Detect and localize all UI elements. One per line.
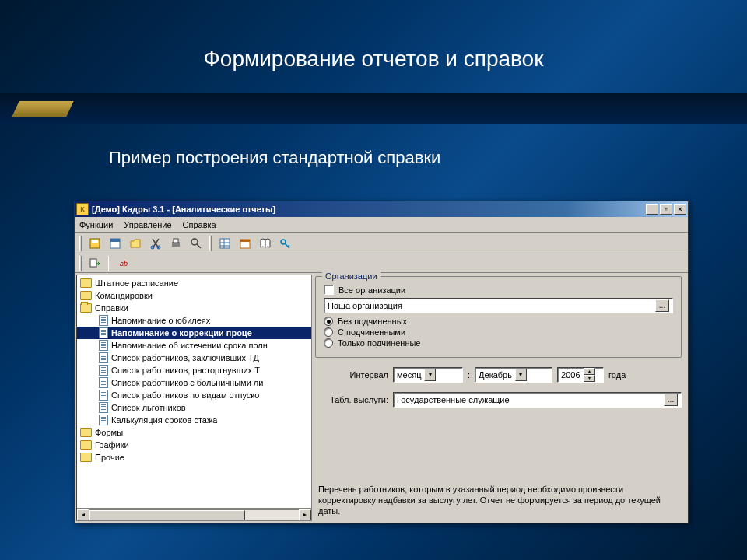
svg-point-5 (157, 246, 160, 249)
radio-with-subs-label: С подчиненными (338, 327, 405, 337)
svg-point-17 (281, 240, 286, 244)
svg-rect-3 (110, 239, 120, 242)
close-button[interactable]: × (674, 204, 686, 215)
scroll-left-button[interactable]: ◂ (77, 509, 89, 520)
tree-item-forms[interactable]: Формы (77, 426, 311, 439)
tool-text-icon[interactable]: ab (115, 256, 132, 271)
tree-item-expiry-reminder[interactable]: Напоминание об истечении срока полн (77, 339, 311, 352)
tree-item-vacation-types[interactable]: Список работников по видам отпуско (77, 389, 311, 401)
tree-item-correction-reminder[interactable]: Напоминание о коррекции проце (77, 327, 311, 339)
tool-cut-icon[interactable] (147, 236, 164, 251)
svg-rect-20 (90, 259, 96, 267)
tree-item-references[interactable]: Справки (77, 302, 311, 314)
report-tree: Штатное расписание Командировки Справки … (76, 275, 312, 521)
tool-export-icon[interactable] (86, 256, 103, 271)
organizations-group: Организации Все организации Наша организ… (315, 276, 682, 358)
all-orgs-checkbox[interactable] (324, 285, 334, 295)
menubar: Функции Управление Справка (75, 217, 688, 233)
table-browse-button[interactable]: ... (664, 394, 678, 406)
maximize-button[interactable]: ▫ (660, 204, 672, 215)
scroll-thumb[interactable] (89, 510, 245, 520)
menu-manage[interactable]: Управление (124, 220, 171, 229)
toolbar-secondary: ab (75, 254, 688, 273)
radio-only-subs[interactable] (324, 338, 333, 348)
tool-search-icon[interactable] (188, 236, 205, 251)
interval-label: Интервал (315, 370, 388, 380)
year-suffix: года (608, 370, 626, 380)
tool-calendar-icon[interactable] (237, 236, 254, 251)
chevron-down-icon[interactable]: ▾ (424, 369, 436, 381)
seniority-table-field[interactable]: Государственные служащие ... (393, 392, 682, 408)
table-label: Табл. выслуги: (315, 395, 388, 404)
tool-save-icon[interactable] (86, 236, 103, 251)
interval-month-combo[interactable]: Декабрь ▾ (475, 367, 552, 383)
svg-rect-15 (240, 240, 250, 242)
tree-item-seniority-calc[interactable]: Калькуляция сроков стажа (77, 414, 311, 426)
svg-point-8 (191, 239, 198, 245)
titlebar: К [Демо] Кадры 3.1 - [Аналитические отче… (75, 201, 688, 217)
tree-item-terminated-td[interactable]: Список работников, расторгнувших Т (77, 364, 311, 376)
tree-item-jubilee-reminder[interactable]: Напоминание о юбилеях (77, 314, 311, 327)
scroll-right-button[interactable]: ▸ (299, 509, 311, 520)
radio-only-subs-label: Только подчиненные (338, 338, 421, 348)
svg-rect-1 (92, 240, 98, 243)
toolbar-main (75, 233, 688, 254)
menu-functions[interactable]: Функции (79, 220, 113, 229)
tree-item-sick-leave[interactable]: Список работников с больничными ли (77, 376, 311, 389)
decorative-band (0, 93, 747, 124)
tool-form-icon[interactable] (107, 236, 124, 251)
parameters-panel: Организации Все организации Наша организ… (314, 275, 686, 521)
radio-no-subs[interactable] (324, 317, 333, 326)
svg-rect-6 (172, 242, 180, 247)
tool-key-icon[interactable] (277, 236, 294, 251)
svg-line-9 (197, 244, 201, 248)
svg-rect-14 (240, 240, 250, 248)
minimize-button[interactable]: _ (646, 204, 658, 215)
year-spinner[interactable]: 2006 ▴ ▾ (557, 367, 604, 383)
tree-item-benefits[interactable]: Список льготников (77, 401, 311, 414)
decorative-stripe (12, 101, 73, 117)
window-title: [Демо] Кадры 3.1 - [Аналитические отчеты… (92, 205, 275, 214)
radio-no-subs-label: Без подчиненных (338, 317, 407, 326)
app-window: К [Демо] Кадры 3.1 - [Аналитические отче… (74, 201, 689, 523)
slide-subtitle: Пример построения стандартной справки (109, 148, 440, 168)
tree-hscrollbar[interactable]: ◂ ▸ (77, 508, 311, 520)
organizations-legend: Организации (322, 271, 381, 281)
chevron-down-icon[interactable]: ▾ (515, 369, 527, 381)
tool-book-icon[interactable] (257, 236, 274, 251)
tool-print-icon[interactable] (167, 236, 184, 251)
tree-item-concluded-td[interactable]: Список работников, заключивших ТД (77, 352, 311, 364)
app-icon: К (76, 203, 89, 215)
report-description: Перечень работников, которым в указанный… (315, 479, 682, 520)
tool-open-icon[interactable] (127, 236, 144, 251)
interval-unit-combo[interactable]: месяц ▾ (393, 367, 463, 383)
svg-rect-7 (174, 239, 178, 243)
svg-line-18 (285, 243, 289, 248)
svg-rect-2 (110, 239, 120, 248)
tree-item-other[interactable]: Прочие (77, 451, 311, 464)
org-field[interactable]: Наша организация ... (324, 298, 673, 313)
svg-rect-0 (90, 239, 100, 248)
tree-item-charts[interactable]: Графики (77, 439, 311, 451)
tool-grid-icon[interactable] (216, 236, 233, 251)
slide-title: Формирование отчетов и справок (0, 47, 747, 72)
spin-up-button[interactable]: ▴ (584, 368, 595, 375)
all-orgs-label: Все организации (338, 285, 405, 295)
menu-help[interactable]: Справка (183, 220, 216, 229)
tree-item-schedule[interactable]: Штатное расписание (77, 277, 311, 289)
radio-with-subs[interactable] (324, 327, 333, 337)
tree-item-trips[interactable]: Командировки (77, 289, 311, 302)
org-browse-button[interactable]: ... (655, 299, 669, 312)
svg-point-4 (151, 246, 154, 249)
svg-line-19 (288, 245, 289, 247)
svg-rect-10 (220, 239, 230, 248)
spin-down-button[interactable]: ▾ (584, 375, 595, 382)
